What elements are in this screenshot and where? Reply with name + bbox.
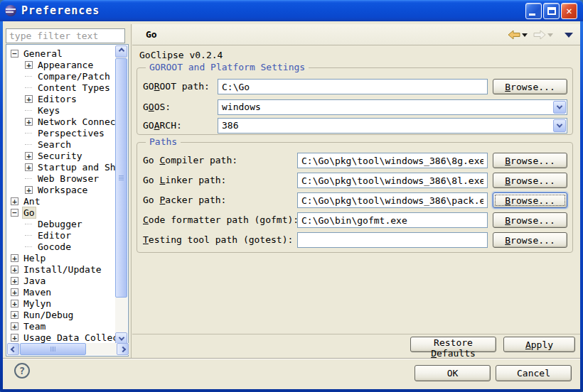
tree-item-debugger[interactable]: Debugger: [7, 218, 115, 229]
chevron-down-icon: [118, 334, 124, 340]
browse-button[interactable]: Browse...: [493, 192, 567, 208]
tree-item-compare-patch[interactable]: Compare/Patch: [7, 70, 115, 82]
tree-item-general[interactable]: −General: [7, 48, 115, 59]
tree-item-maven[interactable]: +Maven: [7, 286, 115, 298]
tree-item-label: Security: [36, 151, 84, 161]
tree-item-usage-data-collect[interactable]: +Usage Data Collect: [7, 332, 115, 343]
tree-item-content-types[interactable]: Content Types: [7, 82, 115, 93]
apply-button[interactable]: Apply: [503, 337, 575, 352]
forward-dropdown-icon[interactable]: [547, 33, 553, 37]
expand-toggle-icon[interactable]: +: [11, 288, 18, 296]
group-title: GOROOT and Platform Settings: [146, 62, 309, 72]
forward-button[interactable]: [532, 28, 555, 41]
vertical-scrollbar[interactable]: [115, 45, 127, 344]
ok-button[interactable]: OK: [414, 365, 491, 381]
tree-item-java[interactable]: +Java: [7, 275, 115, 286]
path-input[interactable]: [297, 192, 488, 208]
goos-dropdown-button[interactable]: [553, 101, 566, 114]
tree-item-label: Usage Data Collect: [22, 332, 115, 343]
goroot-path-input[interactable]: [218, 79, 488, 94]
tree-item-network-connect[interactable]: +Network Connect: [7, 116, 115, 127]
scroll-left-button[interactable]: [7, 343, 19, 355]
expand-toggle-icon[interactable]: +: [25, 163, 33, 171]
horizontal-scroll-thumb[interactable]: [20, 343, 86, 355]
close-button[interactable]: ✕: [561, 3, 577, 19]
tree-item-label: Search: [36, 139, 73, 150]
goarch-dropdown-button[interactable]: [553, 119, 566, 132]
expand-toggle-icon[interactable]: +: [11, 300, 18, 307]
scroll-up-button[interactable]: [115, 45, 127, 58]
expand-toggle-icon[interactable]: +: [11, 277, 18, 285]
maximize-button[interactable]: [543, 3, 560, 19]
expand-toggle-icon[interactable]: +: [11, 322, 18, 330]
tree-connector: [25, 87, 32, 88]
chevron-down-icon: [557, 121, 562, 127]
tree-item-editor[interactable]: Editor: [7, 229, 115, 241]
tree-item-search[interactable]: Search: [7, 138, 115, 150]
help-button[interactable]: ?: [14, 363, 30, 379]
minimize-button[interactable]: [525, 3, 542, 19]
expand-toggle-icon[interactable]: +: [11, 334, 18, 342]
expand-toggle-icon[interactable]: +: [11, 266, 18, 273]
tree-item-gocode[interactable]: Gocode: [7, 241, 115, 252]
tree-item-startup-and-shu[interactable]: +Startup and Shu: [7, 161, 115, 173]
path-input[interactable]: [297, 153, 488, 168]
restore-defaults-button[interactable]: Restore Defaults: [410, 337, 496, 352]
filter-input[interactable]: [6, 28, 125, 43]
expand-toggle-icon[interactable]: +: [25, 118, 33, 126]
expand-toggle-icon[interactable]: +: [25, 152, 33, 160]
tree-item-help[interactable]: +Help: [7, 252, 115, 263]
goarch-combobox[interactable]: 386: [218, 118, 567, 134]
path-input[interactable]: [297, 212, 488, 228]
expand-toggle-icon[interactable]: +: [25, 186, 33, 194]
tree-item-label: General: [22, 48, 64, 59]
goos-combobox[interactable]: windows: [218, 99, 567, 115]
titlebar[interactable]: Preferences ✕: [0, 0, 583, 21]
back-button[interactable]: [506, 28, 529, 41]
tree-item-go[interactable]: −Go: [7, 207, 115, 218]
tree-item-run-debug[interactable]: +Run/Debug: [7, 309, 115, 320]
path-input[interactable]: [297, 173, 488, 188]
tree-item-workspace[interactable]: +Workspace: [7, 184, 115, 195]
browse-button[interactable]: Browse...: [493, 153, 567, 168]
tree-item-label: Editor: [36, 230, 73, 241]
path-input[interactable]: [297, 232, 488, 248]
expand-toggle-icon[interactable]: +: [25, 61, 33, 69]
tree-item-install-update[interactable]: +Install/Update: [7, 263, 115, 275]
goroot-browse-button[interactable]: Browse...: [493, 79, 567, 94]
browse-button[interactable]: Browse...: [493, 232, 567, 248]
tree-item-mylyn[interactable]: +Mylyn: [7, 298, 115, 309]
expand-toggle-icon[interactable]: +: [25, 95, 33, 103]
back-dropdown-icon[interactable]: [522, 33, 528, 37]
tree-item-keys[interactable]: Keys: [7, 104, 115, 116]
tree-item-security[interactable]: +Security: [7, 150, 115, 161]
tree-connector: [25, 144, 32, 145]
tree-item-team[interactable]: +Team: [7, 320, 115, 332]
tree-item-perspectives[interactable]: Perspectives: [7, 127, 115, 138]
expand-toggle-icon[interactable]: +: [11, 311, 18, 319]
tree-item-label: Run/Debug: [22, 310, 75, 320]
panel-divider: [131, 24, 132, 358]
chevron-right-icon: [119, 346, 125, 352]
plugin-version-text: GoClipse v0.2.4: [139, 50, 223, 60]
goroot-settings-group: GOROOT and Platform Settings GOROOT path…: [137, 67, 573, 135]
cancel-button[interactable]: Cancel: [496, 365, 572, 381]
paths-row: Code formatter path (gofmt):Browse...: [137, 212, 572, 228]
expand-toggle-icon[interactable]: +: [11, 254, 18, 262]
collapse-toggle-icon[interactable]: −: [11, 50, 18, 58]
vertical-scroll-thumb[interactable]: [115, 58, 127, 298]
view-menu-icon[interactable]: [565, 33, 573, 38]
scroll-right-button[interactable]: [117, 343, 129, 355]
tree-item-ant[interactable]: +Ant: [7, 195, 115, 207]
tree-item-editors[interactable]: +Editors: [7, 93, 115, 104]
tree-item-appearance[interactable]: +Appearance: [7, 59, 115, 70]
horizontal-scrollbar[interactable]: [7, 343, 129, 355]
back-arrow-icon: [508, 30, 520, 40]
tree-item-label: Debugger: [36, 219, 84, 229]
paths-row: Go Linker path:Browse...: [137, 173, 572, 188]
tree-item-web-browser[interactable]: Web Browser: [7, 173, 115, 184]
browse-button[interactable]: Browse...: [493, 173, 567, 188]
browse-button[interactable]: Browse...: [493, 212, 567, 228]
expand-toggle-icon[interactable]: +: [11, 197, 18, 205]
collapse-toggle-icon[interactable]: −: [11, 209, 18, 217]
